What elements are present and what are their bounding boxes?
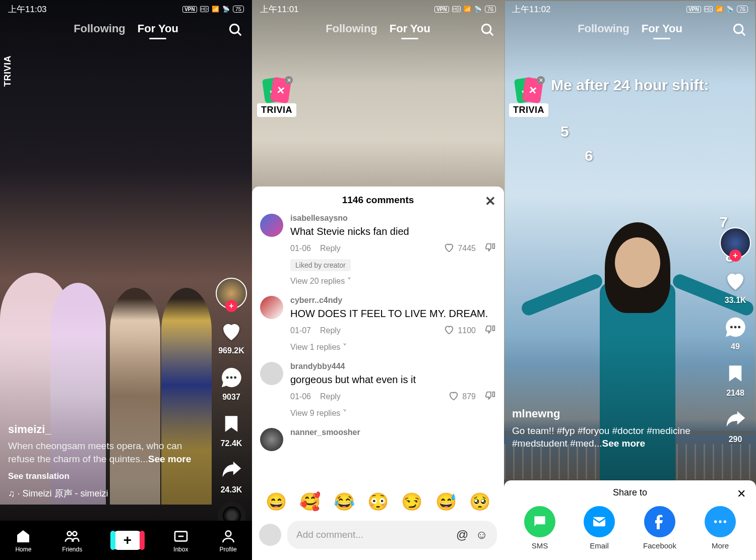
share-option-facebook[interactable]: Facebook [643, 506, 676, 550]
save-button[interactable]: 2148 [722, 360, 748, 398]
nav-friends[interactable]: Friends [62, 528, 82, 553]
bottom-nav: Home Friends + Inbox Profile [0, 521, 252, 560]
comment-avatar[interactable] [260, 428, 283, 451]
battery-icon: 76 [737, 6, 748, 13]
svg-point-13 [730, 326, 733, 329]
tab-for-you[interactable]: For You [138, 22, 178, 35]
share-option-email[interactable]: Email [584, 506, 615, 550]
status-time: 上午11:03 [8, 4, 47, 15]
comment-placeholder: Add comment... [296, 529, 363, 540]
comment-button[interactable]: 49 [722, 314, 748, 351]
emoji-reaction[interactable]: 😅 [435, 491, 457, 512]
dislike-comment[interactable] [485, 242, 496, 255]
like-button[interactable]: 33.1K [722, 268, 748, 305]
tab-for-you[interactable]: For You [390, 22, 430, 35]
comment-avatar[interactable] [260, 214, 283, 237]
emoji-reaction[interactable]: 😄 [266, 491, 287, 512]
at-icon[interactable]: @ [456, 528, 468, 542]
like-comment[interactable] [444, 324, 455, 337]
share-label: SMS [532, 541, 548, 550]
svg-point-2 [226, 377, 229, 379]
liked-by-creator: Liked by creator [290, 259, 351, 271]
top-tabs: Following For You [504, 22, 756, 35]
close-icon[interactable]: ✕ [737, 487, 746, 501]
like-comment[interactable] [444, 242, 455, 255]
comment-username[interactable]: cyberr..c4ndy [290, 296, 496, 305]
like-comment[interactable] [448, 390, 459, 403]
save-button[interactable]: 72.4K [218, 411, 244, 448]
share-option-sms[interactable]: SMS [524, 506, 555, 550]
self-avatar[interactable] [259, 524, 281, 546]
search-icon[interactable] [732, 22, 747, 41]
comment-composer: Add comment... @☺ [252, 516, 504, 560]
emoji-reaction[interactable]: 😂 [334, 491, 355, 512]
see-more[interactable]: See more [602, 438, 646, 449]
trivia-badge[interactable]: TRIVIA [1, 51, 15, 91]
emoji-reaction[interactable]: 🥺 [469, 491, 490, 512]
action-bar: + 33.1K 49 2148 290 [720, 227, 751, 444]
hd-badge: HD [200, 6, 209, 12]
comment-username[interactable]: isabellesaysno [290, 214, 496, 223]
caption[interactable]: When cheongsam meets opera, who can refu… [8, 440, 202, 465]
reply-button[interactable]: Reply [320, 244, 341, 253]
nav-inbox[interactable]: Inbox [173, 528, 189, 553]
share-button[interactable]: 24.3K [218, 457, 244, 494]
search-icon[interactable] [228, 22, 243, 41]
view-replies[interactable]: View 9 replies ˅ [290, 408, 496, 418]
view-replies[interactable]: View 1 replies ˅ [290, 342, 496, 352]
comment-username[interactable]: brandybby444 [290, 362, 496, 371]
follow-plus-icon[interactable]: + [225, 300, 237, 312]
comment-username[interactable]: nanner_smoosher [290, 428, 496, 437]
comment-avatar[interactable] [260, 296, 283, 319]
trivia-badge[interactable]: ✓✕✕ TRIVIA [509, 78, 548, 117]
close-icon[interactable]: ✕ [285, 76, 293, 84]
creator-avatar[interactable]: + [720, 227, 751, 259]
trivia-badge[interactable]: ✓✕✕ TRIVIA [257, 78, 296, 117]
dislike-comment[interactable] [485, 390, 496, 403]
caption[interactable]: Go team!! #fyp #foryou #doctor #medicine… [512, 424, 706, 450]
dislike-comment[interactable] [485, 324, 496, 337]
emoji-reaction[interactable]: 🥰 [299, 491, 321, 512]
emoji-icon[interactable]: ☺ [475, 528, 488, 542]
phone-screen-3: Me after 24 hour shift: 5 6 7 8 上午11:02 … [504, 0, 756, 560]
username[interactable]: simeizi_ [8, 422, 202, 437]
see-more[interactable]: See more [148, 454, 192, 464]
svg-line-1 [238, 32, 241, 35]
tab-following[interactable]: Following [578, 22, 629, 35]
nav-create[interactable]: + [113, 531, 142, 550]
comment-button[interactable]: 9037 [218, 364, 244, 402]
tab-for-you[interactable]: For You [642, 22, 682, 35]
svg-point-15 [738, 326, 740, 329]
share-button[interactable]: 290 [722, 407, 748, 444]
comment-avatar[interactable] [260, 362, 283, 385]
close-icon[interactable]: ✕ [537, 76, 545, 84]
comment-input[interactable]: Add comment... @☺ [287, 521, 497, 549]
vpn-badge: VPN [182, 6, 197, 13]
username[interactable]: mlnewng [512, 406, 706, 421]
reply-button[interactable]: Reply [320, 392, 341, 401]
battery-icon: 75 [233, 6, 244, 13]
close-icon[interactable]: ✕ [485, 194, 496, 209]
svg-point-5 [68, 531, 72, 535]
see-translation[interactable]: See translation [8, 471, 202, 482]
vpn-badge: VPN [686, 6, 701, 13]
tab-following[interactable]: Following [74, 22, 125, 35]
emoji-reaction[interactable]: 😏 [401, 491, 422, 512]
share-option-more[interactable]: More [705, 506, 736, 550]
creator-avatar[interactable]: + [216, 278, 247, 309]
nav-home[interactable]: Home [15, 528, 31, 553]
svg-point-17 [714, 520, 717, 523]
follow-plus-icon[interactable]: + [729, 250, 741, 262]
like-button[interactable]: 969.2K [218, 318, 244, 355]
view-replies[interactable]: View 20 replies ˅ [290, 276, 496, 286]
wifi-icon: 📡 [474, 6, 482, 13]
reply-button[interactable]: Reply [320, 326, 341, 335]
emoji-reaction[interactable]: 😳 [367, 491, 389, 512]
svg-point-6 [73, 531, 77, 535]
overlay-title: Me after 24 hour shift: [519, 77, 741, 94]
nav-profile[interactable]: Profile [220, 528, 237, 553]
search-icon[interactable] [480, 22, 495, 41]
share-label: Email [590, 541, 609, 550]
tab-following[interactable]: Following [326, 22, 377, 35]
sound-label[interactable]: ♫ · Simeizi 原声 - simeizi [8, 487, 202, 500]
